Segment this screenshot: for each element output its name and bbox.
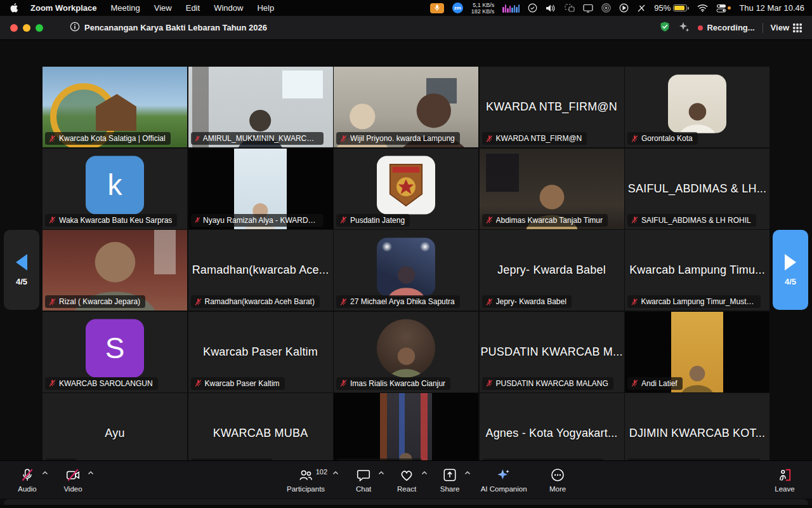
more-button[interactable]: More — [543, 467, 572, 493]
participant-tile[interactable]: KWARDA NTB_FIRM@N KWARDA NTB_FIRM@N — [480, 67, 624, 147]
meeting-title: Pencanangan Karya Bakti Lebaran Tahun 20… — [84, 23, 267, 32]
participant-tile[interactable]: SAIFUL_ABDIMAS & LH... SAIFUL_ABDIMAS & … — [625, 149, 769, 229]
network-bars-icon[interactable] — [502, 4, 520, 13]
participant-tile[interactable]: Wijil Priyono. kwarda Lampung — [334, 67, 478, 147]
menu-item[interactable]: Edit — [186, 3, 200, 13]
participant-name-tag: Pusdatin Jateng — [336, 214, 410, 227]
security-shield-icon[interactable] — [659, 21, 671, 34]
participant-name: KWARCAB SAROLANGUN — [59, 379, 153, 388]
ai-sparkle-icon[interactable] — [678, 21, 690, 35]
network-throughput[interactable]: 5,1 KB/s 182 KB/s — [471, 2, 495, 15]
minimize-window-button[interactable] — [23, 24, 30, 32]
screen-record-icon[interactable] — [619, 3, 629, 13]
next-page-button[interactable]: 4/5 — [773, 230, 808, 310]
leave-label: Leave — [775, 485, 794, 493]
muted-mic-icon — [194, 135, 200, 143]
participant-name: Imas Rialis Kwarcab Cianjur — [350, 379, 445, 388]
video-button[interactable]: Video — [58, 467, 88, 493]
react-button[interactable]: React — [392, 467, 421, 493]
participant-tile[interactable]: Jepry- Kwarda Babel Jepry- Kwarda Babel — [480, 230, 624, 311]
audio-options-caret[interactable] — [42, 469, 48, 476]
participant-name-tag: Wijil Priyono. kwarda Lampung — [336, 132, 460, 145]
participant-name-tag: Gorontalo Kota — [627, 132, 698, 145]
leave-button[interactable]: Leave — [770, 467, 799, 493]
wifi-icon[interactable] — [697, 4, 708, 12]
participant-tile[interactable]: AMIRUL_MUKMININ_KWARCAB_CIREB... — [188, 67, 333, 147]
participant-name-tag: KWARDA NTB_FIRM@N — [482, 132, 587, 145]
participant-tile[interactable]: Kwarcab Kota Salatiga | Official — [43, 67, 187, 147]
participant-tile[interactable]: Gorontalo Kota — [625, 67, 769, 147]
participant-name-tag: SAIFUL_ABDIMAS & LH ROHIL — [627, 214, 756, 227]
participant-name: Wijil Priyono. kwarda Lampung — [350, 134, 455, 143]
menu-item[interactable]: Help — [257, 3, 274, 13]
participant-name: KWARDA NTB_FIRM@N — [496, 134, 582, 143]
muted-mic-icon — [20, 467, 35, 483]
person-silhouette — [381, 262, 432, 296]
participant-tile[interactable]: Rizal ( Kwarcab Jepara) — [43, 230, 187, 311]
participant-tile[interactable]: k Waka Kwarcab Batu Keu Sarpras — [43, 149, 187, 229]
meeting-info-icon[interactable] — [70, 22, 80, 34]
leave-icon — [777, 467, 792, 483]
airplay-ripple-icon[interactable] — [601, 3, 611, 13]
muted-mic-icon — [48, 135, 56, 143]
participant-tile[interactable]: Nyayu Ramizah Alya - KWARDA SUMSEL — [188, 149, 333, 229]
share-caret[interactable] — [464, 469, 471, 476]
audio-button[interactable]: Audio — [13, 467, 42, 493]
recording-indicator[interactable]: Recording... — [698, 23, 754, 32]
participant-name-tag: Abdimas Kwarcab Tanjab Timur — [482, 214, 608, 227]
close-window-button[interactable] — [10, 24, 18, 32]
recording-dot-icon — [698, 25, 703, 30]
screen-mirroring-icon[interactable] — [565, 4, 575, 12]
participant-tile[interactable]: Pusdatin Jateng — [334, 149, 478, 229]
control-center-icon[interactable] — [716, 4, 731, 13]
profile-avatar — [668, 74, 726, 133]
participant-tile[interactable]: S KWARCAB SAROLANGUN — [43, 312, 187, 392]
muted-mic-icon — [48, 379, 56, 387]
view-button[interactable]: View — [771, 23, 802, 32]
menu-app-name[interactable]: Zoom Workplace — [30, 3, 97, 13]
participant-tile[interactable]: Abdimas Kwarcab Tanjab Timur — [480, 149, 624, 229]
mic-in-use-indicator-icon[interactable] — [430, 3, 444, 13]
menu-item[interactable]: Window — [214, 3, 243, 13]
verified-check-icon[interactable] — [528, 3, 537, 13]
participant-name-tag: Imas Rialis Kwarcab Cianjur — [336, 377, 450, 390]
participant-tile[interactable]: Kwarcab Lampung Timu... Kwarcab Lampung … — [625, 230, 769, 311]
participant-name-tag: Kwarcab Paser Kaltim — [191, 377, 285, 390]
audio-label: Audio — [18, 485, 36, 493]
video-options-caret[interactable] — [88, 469, 94, 476]
zoom-window-button[interactable] — [36, 24, 43, 32]
participant-tile[interactable]: Andi Latief — [625, 312, 769, 392]
participant-name: AMIRUL_MUKMININ_KWARCAB_CIREB... — [203, 134, 319, 143]
participants-button[interactable]: Participants 102 — [287, 467, 325, 493]
participant-tile[interactable]: Imas Rialis Kwarcab Cianjur — [334, 312, 478, 392]
battery-indicator[interactable]: 95% — [654, 3, 689, 13]
volume-icon[interactable] — [546, 4, 556, 13]
menu-item[interactable]: View — [154, 3, 172, 13]
participant-tile[interactable]: Ramadhan(kwarcab Ace... Ramadhan(kwarcab… — [188, 230, 333, 311]
chat-icon — [356, 467, 371, 483]
ai-companion-button[interactable]: AI Companion — [478, 467, 529, 493]
participants-icon — [298, 467, 313, 483]
participants-count: 102 — [316, 468, 327, 476]
crossed-tool-icon[interactable] — [637, 4, 646, 13]
apple-menu-icon[interactable] — [10, 3, 19, 13]
participant-tile[interactable]: Kwarcab Paser Kaltim Kwarcab Paser Kalti… — [188, 312, 333, 392]
menu-item[interactable]: Meeting — [111, 3, 140, 13]
menu-clock[interactable]: Thu 12 Mar 10.46 — [739, 3, 804, 13]
share-button[interactable]: Share — [435, 467, 464, 493]
display-icon[interactable] — [583, 4, 593, 13]
background-window-edge — [0, 505, 812, 508]
react-caret[interactable] — [421, 469, 428, 476]
chat-caret[interactable] — [378, 469, 384, 476]
participant-tile[interactable]: 27 Michael Arya Dhika Saputra — [334, 230, 478, 311]
participant-name: Pusdatin Jateng — [350, 216, 405, 225]
zoom-menubar-icon[interactable]: zm — [452, 3, 463, 13]
previous-page-button[interactable]: 4/5 — [4, 230, 39, 310]
participants-caret[interactable] — [332, 469, 339, 476]
chat-button[interactable]: Chat — [349, 467, 378, 493]
ai-companion-icon — [496, 467, 511, 483]
more-label: More — [549, 485, 566, 493]
participant-gallery: Kwarcab Kota Salatiga | Official AMIRUL_… — [43, 67, 769, 474]
muted-mic-icon — [485, 379, 494, 387]
participant-tile[interactable]: PUSDATIN KWARCAB M... PUSDATIN KWARCAB M… — [480, 312, 624, 392]
